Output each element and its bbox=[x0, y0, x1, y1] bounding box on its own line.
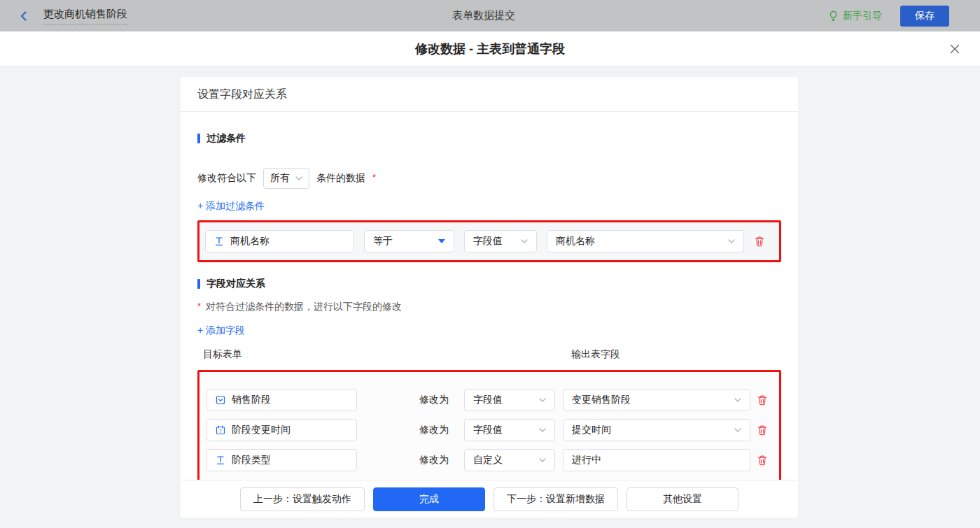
lightbulb-icon bbox=[828, 10, 839, 22]
modify-to-label: 修改为 bbox=[419, 454, 449, 466]
trash-icon[interactable] bbox=[754, 236, 765, 248]
mapping-column-headers: 目标表单 输出表字段 bbox=[197, 348, 781, 361]
close-icon[interactable] bbox=[948, 42, 962, 56]
trash-icon[interactable] bbox=[757, 455, 768, 466]
modal-body: 设置字段对应关系 过滤条件 修改符合以下 所有 条件的数据 * + 添加过滤条件 bbox=[0, 66, 980, 528]
next-step-button[interactable]: 下一步：设置新增数据 bbox=[493, 487, 618, 511]
chevron-down-icon bbox=[734, 398, 741, 402]
card-body: 过滤条件 修改符合以下 所有 条件的数据 * + 添加过滤条件 bbox=[181, 112, 798, 480]
output-field-select[interactable]: 提交时间 bbox=[563, 419, 750, 441]
custom-value-input[interactable] bbox=[563, 449, 750, 471]
beginner-guide-link[interactable]: 新手引导 bbox=[828, 10, 882, 22]
output-field-select[interactable]: 变更销售阶段 bbox=[563, 389, 750, 411]
card-footer: 上一步：设置触发动作 完成 下一步：设置新增数据 其他设置 bbox=[181, 480, 798, 518]
section-accent-bar bbox=[197, 134, 200, 143]
required-mark: * bbox=[197, 301, 201, 311]
text-field-icon bbox=[216, 455, 225, 465]
filter-match-row: 修改符合以下 所有 条件的数据 * bbox=[197, 168, 781, 189]
modal-title: 修改数据 - 主表到普通字段 bbox=[415, 41, 565, 57]
mapping-section-title: 字段对应关系 bbox=[197, 278, 781, 290]
target-field-input[interactable]: 阶段类型 bbox=[206, 449, 357, 471]
target-field-input[interactable]: 销售阶段 bbox=[206, 389, 357, 411]
mapping-row: 阶段类型 修改为 自定义 bbox=[206, 449, 772, 471]
topbar-left: 更改商机销售阶段 bbox=[0, 8, 452, 24]
chevron-down-icon bbox=[539, 428, 546, 432]
operator-select[interactable]: 等于 bbox=[364, 230, 454, 252]
match-mode-select[interactable]: 所有 bbox=[263, 168, 309, 189]
add-filter-condition-link[interactable]: + 添加过滤条件 bbox=[197, 200, 265, 213]
mapping-row: 7 阶段变更时间 修改为 字段值 提交时间 bbox=[206, 419, 772, 441]
filter-section-title: 过滤条件 bbox=[197, 132, 781, 145]
prev-step-button[interactable]: 上一步：设置触发动作 bbox=[240, 487, 365, 511]
add-field-link[interactable]: + 添加字段 bbox=[197, 324, 245, 337]
chevron-down-icon bbox=[539, 398, 546, 402]
page-title: 表单数据提交 bbox=[452, 9, 515, 22]
output-field-column-label: 输出表字段 bbox=[571, 348, 620, 361]
target-form-column-label: 目标表单 bbox=[203, 348, 242, 361]
chevron-down-icon bbox=[521, 239, 528, 243]
field-mapping-highlight-box: 销售阶段 修改为 字段值 变更销售阶段 bbox=[197, 370, 781, 480]
value-mode-select[interactable]: 字段值 bbox=[464, 419, 555, 441]
topbar: 更改商机销售阶段 表单数据提交 新手引导 保存 bbox=[0, 0, 980, 31]
value-mode-select[interactable]: 字段值 bbox=[464, 389, 555, 411]
svg-text:7: 7 bbox=[219, 429, 222, 434]
save-button[interactable]: 保存 bbox=[900, 6, 949, 27]
section-accent-bar bbox=[197, 279, 200, 289]
mapping-description: * 对符合过滤条件的数据，进行以下字段的修改 bbox=[197, 301, 781, 313]
trash-icon[interactable] bbox=[757, 424, 768, 436]
value-type-select[interactable]: 字段值 bbox=[464, 230, 537, 252]
trash-icon[interactable] bbox=[757, 394, 768, 406]
match-suffix-label: 条件的数据 bbox=[316, 172, 365, 185]
mapping-row: 销售阶段 修改为 字段值 变更销售阶段 bbox=[206, 389, 772, 411]
required-mark: * bbox=[372, 172, 376, 183]
value-mode-select[interactable]: 自定义 bbox=[464, 449, 555, 471]
text-field-icon bbox=[214, 236, 224, 246]
settings-card: 设置字段对应关系 过滤条件 修改符合以下 所有 条件的数据 * + 添加过滤条件 bbox=[181, 77, 798, 518]
modify-to-label: 修改为 bbox=[419, 394, 449, 406]
back-icon[interactable] bbox=[18, 10, 29, 22]
filter-condition-highlight-box: 商机名称 等于 字段值 商机名称 bbox=[197, 220, 781, 262]
filter-field-input[interactable]: 商机名称 bbox=[205, 230, 354, 252]
chevron-down-icon bbox=[539, 458, 546, 462]
beginner-guide-label: 新手引导 bbox=[843, 10, 882, 22]
match-prefix-label: 修改符合以下 bbox=[197, 172, 256, 185]
topbar-right: 新手引导 保存 bbox=[515, 6, 980, 27]
target-field-input[interactable]: 7 阶段变更时间 bbox=[206, 419, 357, 441]
modify-to-label: 修改为 bbox=[419, 424, 449, 436]
chevron-down-icon bbox=[734, 428, 741, 432]
select-field-icon bbox=[216, 395, 225, 405]
done-button[interactable]: 完成 bbox=[373, 487, 485, 511]
condition-value-select[interactable]: 商机名称 bbox=[547, 230, 744, 252]
caret-down-icon bbox=[438, 239, 445, 243]
filter-condition-row: 商机名称 等于 字段值 商机名称 bbox=[205, 230, 774, 252]
chevron-down-icon bbox=[728, 239, 735, 243]
modal-header: 修改数据 - 主表到普通字段 bbox=[0, 31, 980, 66]
date-field-icon: 7 bbox=[216, 425, 225, 435]
chevron-down-icon bbox=[295, 176, 302, 180]
other-settings-button[interactable]: 其他设置 bbox=[626, 487, 738, 511]
workflow-title[interactable]: 更改商机销售阶段 bbox=[43, 8, 127, 24]
card-title: 设置字段对应关系 bbox=[181, 77, 798, 112]
